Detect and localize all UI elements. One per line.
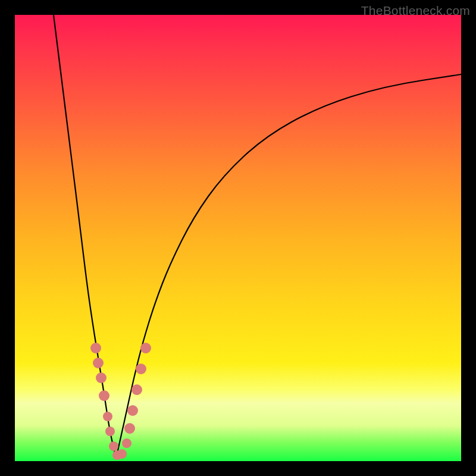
data-points: [90, 343, 151, 460]
chart-frame: TheBottleneck.com: [0, 0, 476, 476]
data-point: [109, 441, 118, 451]
data-point: [136, 364, 146, 374]
plot-area: [15, 15, 461, 461]
data-point: [127, 405, 138, 416]
data-point: [99, 390, 109, 401]
curve-right: [116, 74, 461, 458]
data-point: [103, 412, 112, 421]
data-point: [124, 423, 135, 434]
watermark-text: TheBottleneck.com: [361, 4, 470, 18]
data-point: [122, 439, 131, 448]
data-point: [93, 358, 104, 368]
data-point: [96, 372, 107, 383]
data-point: [131, 384, 142, 395]
data-point: [105, 427, 115, 436]
data-point: [90, 343, 101, 353]
bottleneck-curve-svg: [15, 15, 461, 461]
data-point: [140, 343, 151, 353]
data-point: [117, 449, 127, 459]
